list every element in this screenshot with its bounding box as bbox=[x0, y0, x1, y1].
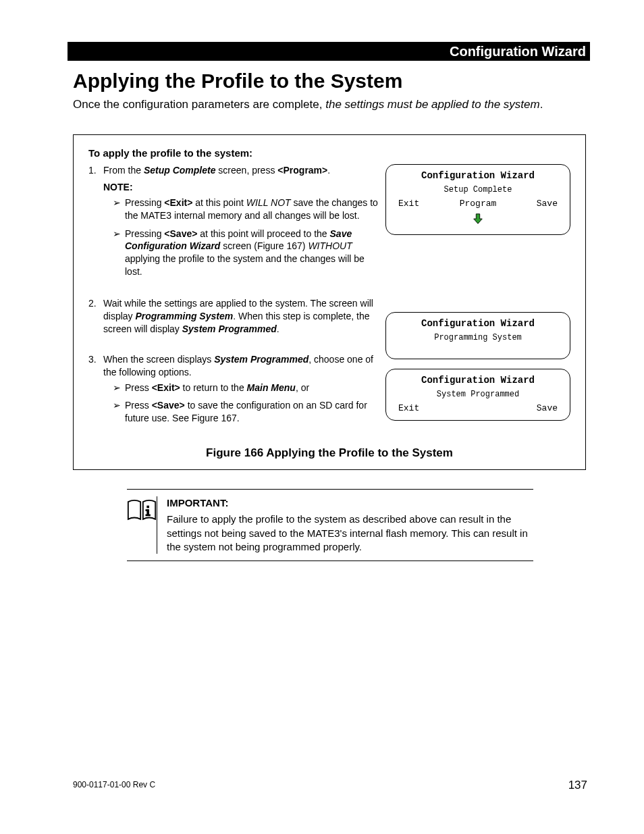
step-1: 1. From the Setup Complete screen, press… bbox=[88, 164, 379, 284]
screen-btn-program: Program bbox=[460, 199, 497, 209]
svg-rect-0 bbox=[146, 506, 149, 509]
screen-btn-exit: Exit bbox=[398, 403, 419, 413]
t: <Program> bbox=[277, 165, 327, 176]
t: Main Menu bbox=[247, 382, 296, 393]
t: From the bbox=[103, 165, 144, 176]
t: Pressing bbox=[125, 197, 164, 208]
t: System Programmed bbox=[214, 354, 308, 365]
t: applying the profile to the system and t… bbox=[125, 253, 365, 277]
bullet-icon: ➢ bbox=[113, 228, 125, 279]
screen-title: Configuration Wizard bbox=[393, 375, 563, 386]
note-bullet-1: ➢ Pressing <Exit> at this point WILL NOT… bbox=[113, 197, 379, 222]
t: Pressing bbox=[125, 228, 164, 239]
t: <Save> bbox=[152, 400, 185, 411]
t: Programming System bbox=[135, 311, 233, 321]
t: WILL NOT bbox=[246, 197, 291, 208]
important-body: Failure to apply the profile to the syst… bbox=[167, 513, 533, 554]
t: at this point bbox=[192, 197, 246, 208]
footer-page-number: 137 bbox=[568, 779, 587, 792]
screen-btn-save: Save bbox=[537, 403, 558, 413]
option-bullet-2: ➢ Press <Save> to save the configuration… bbox=[113, 399, 379, 425]
note-label: NOTE: bbox=[103, 181, 379, 194]
step-number: 1. bbox=[88, 164, 103, 284]
t: Press bbox=[125, 382, 152, 393]
t: screen (Figure 167) bbox=[220, 240, 308, 251]
t: Setup Complete bbox=[144, 165, 216, 176]
step-3: 3. When the screen displays System Progr… bbox=[88, 353, 379, 430]
intro-tail: . bbox=[540, 98, 543, 111]
arrow-down-icon bbox=[472, 213, 484, 228]
intro-plain: Once the configuration parameters are co… bbox=[73, 98, 325, 111]
screen-system-programmed: Configuration Wizard System Programmed E… bbox=[385, 369, 570, 421]
intro-italic: the settings must be applied to the syst… bbox=[325, 98, 540, 111]
step-number: 2. bbox=[88, 297, 103, 336]
bullet-icon: ➢ bbox=[113, 382, 125, 394]
screen-subtitle: System Programmed bbox=[393, 390, 563, 399]
screen-btn-exit: Exit bbox=[398, 199, 419, 209]
instruction-box: To apply the profile to the system: 1. F… bbox=[73, 134, 586, 470]
info-book-icon bbox=[127, 496, 157, 554]
screen-title: Configuration Wizard bbox=[393, 318, 563, 329]
step-number: 3. bbox=[88, 353, 103, 430]
t: When the screen displays bbox=[103, 354, 214, 365]
screen-setup-complete: Configuration Wizard Setup Complete Exit… bbox=[385, 164, 570, 235]
t: WITHOUT bbox=[308, 240, 352, 251]
section-header: Configuration Wizard bbox=[68, 42, 590, 61]
screen-subtitle: Setup Complete bbox=[393, 185, 563, 194]
t: . bbox=[327, 165, 330, 176]
t: System Programmed bbox=[182, 323, 277, 334]
page-title: Applying the Profile to the System bbox=[73, 70, 402, 93]
t: <Save> bbox=[164, 228, 197, 239]
screen-programming-system: Configuration Wizard Programming System bbox=[385, 312, 570, 359]
section-header-text: Configuration Wizard bbox=[450, 44, 586, 59]
t: <Exit> bbox=[164, 197, 192, 208]
bullet-icon: ➢ bbox=[113, 399, 125, 425]
svg-rect-2 bbox=[146, 515, 151, 517]
note-bullet-2: ➢ Pressing <Save> at this point will pro… bbox=[113, 228, 379, 279]
bullet-icon: ➢ bbox=[113, 197, 125, 222]
option-bullet-1: ➢ Press <Exit> to return to the Main Men… bbox=[113, 382, 379, 394]
t: screen, press bbox=[215, 165, 277, 176]
instructions-heading: To apply the profile to the system: bbox=[88, 147, 570, 159]
footer-revision: 900-0117-01-00 Rev C bbox=[73, 780, 155, 789]
t: at this point will proceed to the bbox=[197, 228, 329, 239]
svg-rect-3 bbox=[146, 509, 149, 511]
t: to return to the bbox=[180, 382, 247, 393]
t: . bbox=[277, 323, 279, 334]
t: , or bbox=[296, 382, 309, 393]
t: Press bbox=[125, 400, 152, 411]
important-block: IMPORTANT: Failure to apply the profile … bbox=[127, 489, 533, 561]
important-label: IMPORTANT: bbox=[167, 496, 533, 510]
figure-caption: Figure 166 Applying the Profile to the S… bbox=[88, 446, 570, 460]
instructions-text-column: 1. From the Setup Complete screen, press… bbox=[88, 164, 379, 432]
intro-text: Once the configuration parameters are co… bbox=[73, 98, 543, 111]
screen-btn-save: Save bbox=[537, 199, 558, 209]
important-text: IMPORTANT: Failure to apply the profile … bbox=[167, 496, 533, 554]
screens-column: Configuration Wizard Setup Complete Exit… bbox=[379, 164, 570, 432]
step-2: 2. Wait while the settings are applied t… bbox=[88, 297, 379, 336]
screen-subtitle: Programming System bbox=[393, 333, 563, 342]
screen-title: Configuration Wizard bbox=[393, 170, 563, 181]
t: <Exit> bbox=[152, 382, 180, 393]
